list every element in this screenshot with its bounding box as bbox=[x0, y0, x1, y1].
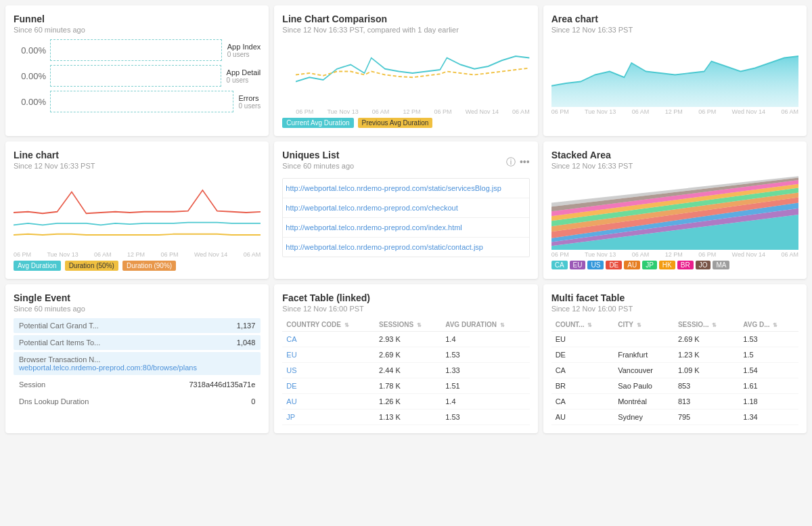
cell-country-1[interactable]: EU bbox=[282, 347, 375, 363]
mf-avgdur-5: 1.34 bbox=[739, 410, 798, 425]
line-chart-legend: Avg Duration Duration (50%) Duration (90… bbox=[14, 261, 261, 271]
area-chart-title: Area chart bbox=[551, 14, 798, 24]
list-item-1[interactable]: http://webportal.telco.nrdemo-preprod.co… bbox=[283, 198, 528, 218]
mf-city-4: Montréal bbox=[614, 394, 674, 410]
sort-icon-mf-city: ⇅ bbox=[637, 322, 641, 328]
single-event-subtitle: Since 60 minutes ago bbox=[14, 305, 261, 313]
info-icon[interactable]: ⓘ bbox=[506, 156, 516, 169]
funnel-bar-2 bbox=[50, 91, 233, 112]
cell-country-5[interactable]: JP bbox=[282, 410, 375, 425]
event-label-3: Session bbox=[19, 380, 45, 389]
mf-country-0: EU bbox=[551, 332, 614, 347]
cell-sessions-0: 2.93 K bbox=[375, 332, 441, 347]
funnel-title: Funnel bbox=[14, 14, 261, 24]
legend-previous-duration: Previous Avg Duration bbox=[358, 118, 433, 128]
stacked-area-svg bbox=[551, 175, 798, 250]
table-row: AU1.26 K1.4 bbox=[282, 394, 529, 410]
area-chart-area bbox=[551, 39, 798, 107]
legend-jo: JO bbox=[696, 261, 711, 269]
event-value-4: 0 bbox=[251, 397, 255, 406]
event-label-4: Dns Lookup Duration bbox=[19, 397, 89, 406]
stacked-area-subtitle: Since 12 Nov 16:33 PST bbox=[551, 162, 798, 170]
col-mf-country[interactable]: COUNT... ⇅ bbox=[551, 318, 614, 332]
legend-ma: MA bbox=[713, 261, 729, 269]
table-row: CAVancouver1.09 K1.54 bbox=[551, 363, 798, 378]
event-row-1: Potential Cart Items To... 1,048 bbox=[14, 335, 261, 350]
facet-table-card: Facet Table (linked) Since 12 Nov 16:00 … bbox=[274, 284, 537, 433]
mf-sessions-5: 795 bbox=[674, 410, 739, 425]
line-chart-comparison-subtitle: Since 12 Nov 16:33 PST, compared with 1 … bbox=[282, 26, 529, 34]
mf-avgdur-1: 1.5 bbox=[739, 347, 798, 363]
list-item-2[interactable]: http://webportal.telco.nrdemo-preprod.co… bbox=[283, 218, 528, 238]
table-row: EU2.69 K1.53 bbox=[282, 347, 529, 363]
area-chart-card: Area chart Since 12 Nov 16:33 PST 06 PM … bbox=[543, 5, 807, 136]
multi-facet-title: Multi facet Table bbox=[551, 292, 798, 303]
list-item-3[interactable]: http://webportal.telco.nrdemo-preprod.co… bbox=[283, 238, 528, 257]
multi-facet-table: COUNT... ⇅ CITY ⇅ SESSIO... ⇅ AVG D... ⇅… bbox=[551, 318, 798, 425]
legend-us: US bbox=[587, 261, 604, 269]
sort-icon-mf-avgdur: ⇅ bbox=[773, 322, 777, 328]
cell-country-2[interactable]: US bbox=[282, 363, 375, 378]
mf-sessions-0: 2.69 K bbox=[674, 332, 739, 347]
facet-table: COUNTRY CODE ⇅ SESSIONS ⇅ AVG DURATION ⇅… bbox=[282, 318, 529, 425]
mf-avgdur-2: 1.54 bbox=[739, 363, 798, 378]
table-row: DE1.78 K1.51 bbox=[282, 378, 529, 394]
legend-jp: JP bbox=[642, 261, 657, 269]
cell-sessions-1: 2.69 K bbox=[375, 347, 441, 363]
event-value-2: webportal.telco.nrdemo-preprod.com:80/br… bbox=[19, 364, 197, 372]
area-chart-xaxis: 06 PM Tue Nov 13 06 AM 12 PM 06 PM Wed N… bbox=[551, 108, 798, 115]
multi-facet-table-card: Multi facet Table Since 12 Nov 16:00 PST… bbox=[543, 284, 807, 433]
mf-city-2: Vancouver bbox=[614, 363, 674, 378]
list-item-0[interactable]: http://webportal.telco.nrdemo-preprod.co… bbox=[283, 179, 528, 198]
cell-country-3[interactable]: DE bbox=[282, 378, 375, 394]
cell-country-0[interactable]: CA bbox=[282, 332, 375, 347]
mf-avgdur-3: 1.61 bbox=[739, 378, 798, 394]
event-label-0: Potential Cart Grand T... bbox=[19, 322, 99, 330]
line-chart-comparison-title: Line Chart Comparison bbox=[282, 14, 529, 24]
sort-icon-mf-sessions: ⇅ bbox=[712, 322, 717, 328]
uniques-list-title: Uniques List bbox=[282, 150, 354, 160]
mf-city-5: Sydney bbox=[614, 410, 674, 425]
stacked-area-xaxis: 06 PM Tue Nov 13 06 AM 12 PM 06 PM Wed N… bbox=[551, 251, 798, 258]
mf-country-5: AU bbox=[551, 410, 614, 425]
funnel-row-0: 0.00% App Index 0 users bbox=[14, 39, 261, 61]
cell-avgdur-0: 1.4 bbox=[441, 332, 529, 347]
more-icon[interactable]: ••• bbox=[520, 156, 530, 169]
line-chart-comparison-legend: Current Avg Duration Previous Avg Durati… bbox=[282, 118, 529, 128]
legend-de: DE bbox=[606, 261, 622, 269]
legend-au: AU bbox=[624, 261, 640, 269]
cell-avgdur-3: 1.51 bbox=[441, 378, 529, 394]
sort-icon-mf-country: ⇅ bbox=[587, 322, 592, 328]
area-chart-svg bbox=[551, 39, 798, 107]
funnel-row-1: 0.00% App Detail 0 users bbox=[14, 65, 261, 87]
event-label-1: Potential Cart Items To... bbox=[19, 338, 100, 347]
line-chart-svg bbox=[14, 175, 261, 250]
svg-marker-0 bbox=[551, 56, 798, 107]
multi-facet-header: COUNT... ⇅ CITY ⇅ SESSIO... ⇅ AVG D... ⇅ bbox=[551, 318, 798, 332]
col-mf-city[interactable]: CITY ⇅ bbox=[614, 318, 674, 332]
cell-sessions-2: 2.44 K bbox=[375, 363, 441, 378]
col-avg-duration[interactable]: AVG DURATION ⇅ bbox=[441, 318, 529, 332]
stacked-area-title: Stacked Area bbox=[551, 150, 798, 160]
mf-sessions-1: 1.23 K bbox=[674, 347, 739, 363]
mf-sessions-4: 813 bbox=[674, 394, 739, 410]
cell-avgdur-5: 1.53 bbox=[441, 410, 529, 425]
col-mf-avgdur[interactable]: AVG D... ⇅ bbox=[739, 318, 798, 332]
col-mf-sessions[interactable]: SESSIO... ⇅ bbox=[674, 318, 739, 332]
funnel-row-2: 0.00% Errors 0 users bbox=[14, 91, 261, 112]
col-country-code[interactable]: COUNTRY CODE ⇅ bbox=[282, 318, 375, 332]
cell-avgdur-1: 1.53 bbox=[441, 347, 529, 363]
table-row: EU2.69 K1.53 bbox=[551, 332, 798, 347]
cell-avgdur-2: 1.33 bbox=[441, 363, 529, 378]
line-chart-comparison-wrap: 06 PM Tue Nov 13 06 AM 12 PM 06 PM Wed N… bbox=[282, 39, 529, 115]
event-label-2: Browser Transaction N... bbox=[19, 355, 100, 364]
event-row-0: Potential Cart Grand T... 1,137 bbox=[14, 318, 261, 333]
line-chart-subtitle: Since 12 Nov 16:33 PST bbox=[14, 162, 261, 170]
facet-table-title: Facet Table (linked) bbox=[282, 292, 529, 303]
facet-table-subtitle: Since 12 Nov 16:00 PST bbox=[282, 305, 529, 313]
col-sessions[interactable]: SESSIONS ⇅ bbox=[375, 318, 441, 332]
event-row-4: Dns Lookup Duration 0 bbox=[14, 394, 261, 409]
funnel-subtitle: Since 60 minutes ago bbox=[14, 26, 261, 34]
line-chart-area bbox=[14, 175, 261, 250]
cell-country-4[interactable]: AU bbox=[282, 394, 375, 410]
